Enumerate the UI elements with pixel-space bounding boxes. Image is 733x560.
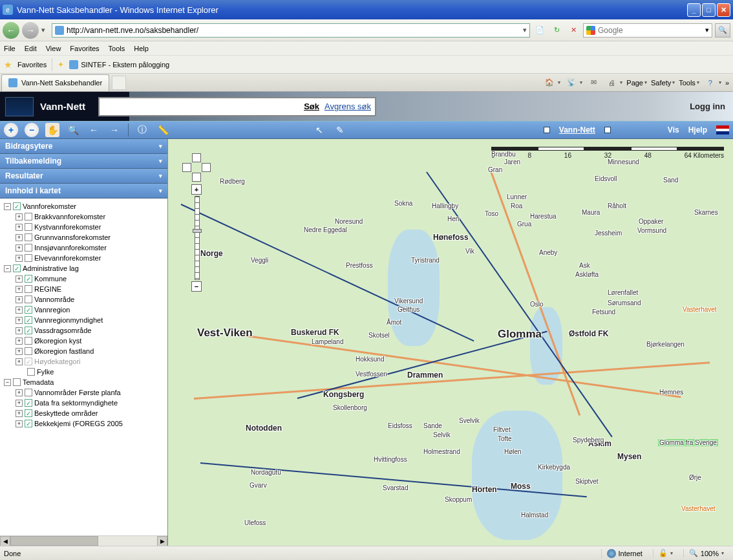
map[interactable]: + − 0816324864 Kilometers Norge Vest-Vik… — [168, 139, 733, 546]
zoom-in-button[interactable]: + — [4, 123, 18, 137]
tree-oko-kyst[interactable]: +Økoregion kyst — [1, 336, 166, 346]
tree-kyst[interactable]: +Kystvannforekomster — [1, 222, 166, 232]
zoom-slider[interactable]: + − — [191, 184, 203, 292]
new-tab-button[interactable] — [112, 76, 126, 90]
tree-vannomrade[interactable]: +Vannområde — [1, 294, 166, 305]
tree-beskyttede[interactable]: +✓Beskyttede områder — [1, 408, 166, 418]
feeds-button[interactable]: 📡▾ — [564, 76, 582, 90]
search-input[interactable] — [598, 26, 703, 35]
hjelp-link[interactable]: Hjelp — [688, 125, 707, 135]
pan-south[interactable] — [192, 173, 201, 182]
forward-button[interactable]: → — [22, 22, 39, 39]
zoom-out-button[interactable]: − — [25, 123, 39, 137]
google-icon — [586, 26, 595, 35]
tree-admin[interactable]: −✓Administrative lag — [1, 263, 166, 274]
tree-elve[interactable]: +Elvevannforekomster — [1, 253, 166, 263]
panel-innhold[interactable]: Innhold i kartet▾ — [0, 184, 167, 199]
favorites-label[interactable]: Favorites — [17, 61, 47, 69]
browser-search-box[interactable]: ▾ — [583, 23, 712, 38]
pan-west[interactable] — [182, 163, 191, 172]
browser-tab[interactable]: Vann-Nett Saksbehandler — [1, 74, 109, 91]
tree-vannomr-forste[interactable]: +Vannområder Første planfa — [1, 387, 166, 398]
favorites-star-icon[interactable]: ★ — [4, 59, 12, 70]
tree-brakk[interactable]: +Brakkvannforekomster — [1, 211, 166, 222]
scroll-track[interactable] — [10, 536, 157, 546]
add-favorite-icon[interactable]: ✦ — [58, 60, 64, 69]
draw-tool[interactable]: ✎ — [333, 123, 347, 137]
menu-edit[interactable]: Edit — [25, 45, 37, 52]
vis-link[interactable]: Vis — [668, 125, 679, 135]
flag-icon[interactable] — [716, 125, 729, 135]
print-button[interactable]: 🖨▾ — [604, 76, 622, 90]
tree-vassdrag[interactable]: +✓Vassdragsområde — [1, 325, 166, 336]
home-button[interactable]: 🏠▾ — [542, 76, 560, 90]
zoom-slider-thumb[interactable] — [193, 229, 202, 233]
prev-extent-button[interactable]: ← — [87, 123, 101, 137]
tree-regine[interactable]: +REGINE — [1, 284, 166, 294]
tree-kommune[interactable]: +✓Kommune — [1, 274, 166, 284]
pan-east[interactable] — [202, 163, 211, 172]
tree-vannforekomster[interactable]: −✓Vannforekomster — [1, 201, 166, 211]
search-button[interactable]: 🔍 — [715, 23, 730, 38]
stop-button[interactable]: ✕ — [566, 23, 580, 38]
refresh-button[interactable]: ↻ — [549, 23, 564, 38]
scroll-left[interactable]: ◀ — [0, 536, 10, 546]
close-button[interactable]: ✕ — [717, 3, 730, 17]
panel-bidragsytere[interactable]: Bidragsytere▾ — [0, 139, 167, 154]
page-menu[interactable]: Page▾ — [626, 79, 647, 87]
tree-grunn[interactable]: +Grunnvannsforekomster — [1, 232, 166, 242]
tree-temadata[interactable]: −Temadata — [1, 377, 166, 387]
avgrens-link[interactable]: Avgrens søk — [324, 102, 371, 111]
zoom-extent-button[interactable]: 🔍 — [66, 123, 80, 137]
url-input[interactable] — [67, 26, 520, 35]
zoom-slider-in[interactable]: + — [191, 184, 202, 195]
zoom-slider-out[interactable]: − — [191, 281, 202, 292]
back-button[interactable]: ← — [3, 22, 19, 39]
pan-north[interactable] — [192, 153, 201, 162]
measure-button[interactable]: 📏 — [156, 123, 170, 137]
expand-toolbar[interactable]: » — [725, 79, 729, 87]
scroll-right[interactable]: ▶ — [157, 536, 167, 546]
tree-bekkekjemi[interactable]: +✓Bekkekjemi (FOREGS 2005 — [1, 418, 166, 429]
pan-button[interactable]: ✋ — [45, 123, 59, 137]
vannnett-link[interactable]: Vann-Nett — [559, 125, 595, 135]
menu-favorites[interactable]: Favorites — [70, 45, 99, 52]
panel-resultater[interactable]: Resultater▾ — [0, 169, 167, 184]
tree-vannregionmynd[interactable]: +✓Vannregionmyndighet — [1, 315, 166, 325]
tree-fylke[interactable]: Fylke — [1, 367, 166, 377]
menu-file[interactable]: File — [4, 45, 16, 52]
menu-view[interactable]: View — [46, 45, 61, 52]
maximize-button[interactable]: □ — [702, 3, 716, 17]
info-button[interactable]: ⓘ — [135, 123, 149, 137]
minimize-button[interactable]: _ — [687, 3, 701, 17]
safety-menu[interactable]: Safety▾ — [651, 79, 675, 87]
sidebar-hscroll[interactable]: ◀ ▶ — [0, 535, 167, 546]
tools-menu[interactable]: Tools▾ — [679, 79, 699, 87]
select-tool[interactable]: ↖ — [312, 123, 326, 137]
url-dropdown[interactable]: ▾ — [523, 26, 527, 34]
scroll-thumb[interactable] — [10, 536, 98, 546]
search-dropdown[interactable]: ▾ — [705, 26, 709, 34]
panel-tilbakemelding[interactable]: Tilbakemelding▾ — [0, 154, 167, 169]
compat-view-icon[interactable]: 📄 — [533, 23, 547, 38]
app-search-input[interactable] — [103, 102, 299, 111]
address-bar[interactable]: ▾ — [52, 23, 530, 38]
pan-control[interactable] — [182, 153, 211, 182]
help-button[interactable]: ?▾ — [703, 76, 721, 90]
tree-sektor[interactable]: +✓Data fra sektormyndighete — [1, 398, 166, 408]
tree-innsjo[interactable]: +Innsjøvannforekomster — [1, 242, 166, 253]
status-protected-mode[interactable]: 🔓▾ — [653, 549, 678, 557]
menu-tools[interactable]: Tools — [109, 45, 125, 52]
status-zoom[interactable]: 🔍100%▾ — [683, 549, 729, 557]
nav-history-dropdown[interactable]: ▾ — [41, 26, 49, 34]
read-mail-button[interactable]: ✉ — [586, 76, 600, 90]
tree-oko-fast[interactable]: +Økoregion fastland — [1, 346, 166, 356]
next-extent-button[interactable]: → — [107, 123, 122, 137]
login-link[interactable]: Logg inn — [690, 102, 725, 111]
favorite-item-sintef[interactable]: SINTEF - Ekstern pålogging — [69, 60, 169, 69]
app-search-button[interactable]: Søk — [304, 102, 319, 111]
menu-help[interactable]: Help — [134, 45, 149, 52]
tree-vannregion[interactable]: +✓Vannregion — [1, 305, 166, 315]
status-internet[interactable]: Internet — [601, 549, 648, 558]
zoom-slider-track[interactable] — [195, 196, 200, 280]
